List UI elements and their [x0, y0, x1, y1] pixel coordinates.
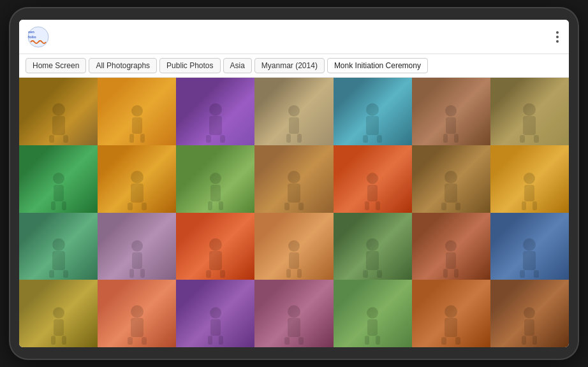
svg-rect-38	[142, 203, 147, 210]
svg-point-35	[131, 171, 143, 184]
svg-rect-72	[289, 252, 299, 269]
photo-figure	[356, 235, 388, 282]
photo-cell[interactable]: Bagan	[254, 145, 333, 224]
svg-rect-65	[129, 269, 134, 278]
photo-cell[interactable]: Bagan	[412, 213, 490, 291]
svg-rect-106	[376, 336, 380, 345]
photo-figure	[435, 168, 467, 215]
zenfolio-logo: zen folio	[27, 25, 50, 48]
photo-cell[interactable]: Bagan	[98, 145, 176, 224]
svg-rect-14	[220, 135, 225, 143]
photo-cell[interactable]: Bagan	[412, 280, 490, 347]
breadcrumb-item-home[interactable]: Home Screen	[26, 58, 86, 73]
breadcrumb-item-asia[interactable]: Asia	[223, 58, 252, 73]
photo-cell[interactable]: Bagan	[98, 280, 176, 347]
more-options-button[interactable]	[554, 29, 561, 45]
svg-rect-102	[298, 337, 304, 345]
svg-point-31	[53, 173, 64, 184]
photo-cell[interactable]: Bagan	[98, 213, 176, 291]
photo-cell[interactable]: Bagan	[19, 280, 98, 347]
photo-cell[interactable]: Bagan	[19, 145, 98, 224]
photo-figure	[435, 302, 467, 347]
svg-rect-114	[533, 336, 537, 345]
photo-cell[interactable]: Bagan	[254, 213, 333, 291]
photo-figure	[43, 235, 75, 282]
photo-grid: BaganBaganBaganBaganBaganBaganBaganBagan…	[19, 78, 569, 347]
photo-cell[interactable]: Bagan	[490, 78, 569, 156]
svg-rect-46	[298, 203, 304, 210]
svg-rect-5	[49, 135, 54, 143]
photo-cell[interactable]: Bagan	[334, 145, 412, 224]
svg-rect-84	[523, 251, 536, 270]
photo-cell[interactable]: Bagan	[176, 280, 254, 347]
svg-rect-101	[284, 337, 290, 345]
svg-point-39	[210, 173, 221, 184]
svg-rect-18	[297, 134, 302, 143]
photo-figure	[124, 103, 150, 147]
svg-point-7	[131, 105, 143, 117]
photo-cell[interactable]: Bagan	[19, 78, 98, 156]
photo-cell[interactable]: Bagan	[19, 213, 98, 291]
photo-cell[interactable]: Bagan	[412, 145, 490, 224]
photo-cell[interactable]: Bagan	[334, 213, 412, 291]
photo-figure	[203, 171, 228, 215]
svg-rect-68	[209, 251, 222, 270]
svg-rect-80	[446, 252, 456, 269]
svg-text:folio: folio	[28, 35, 36, 39]
svg-rect-52	[445, 184, 457, 203]
svg-rect-50	[376, 201, 380, 210]
svg-rect-54	[455, 203, 460, 210]
svg-rect-44	[288, 184, 300, 203]
svg-rect-6	[63, 135, 68, 143]
svg-rect-21	[363, 135, 368, 143]
svg-rect-45	[284, 203, 290, 210]
svg-rect-12	[209, 116, 222, 135]
photo-figure	[278, 302, 310, 347]
svg-point-67	[209, 238, 222, 251]
svg-rect-33	[51, 201, 55, 210]
photo-figure	[360, 305, 385, 347]
svg-rect-98	[219, 336, 223, 345]
svg-rect-100	[288, 318, 300, 337]
photo-cell[interactable]: Bagan	[98, 78, 176, 156]
svg-rect-82	[454, 269, 459, 278]
svg-rect-32	[54, 185, 64, 201]
photo-cell[interactable]: Bagan	[176, 78, 254, 156]
photo-cell[interactable]: Bagan	[490, 145, 569, 224]
svg-point-15	[288, 105, 300, 117]
svg-rect-49	[365, 201, 369, 210]
photo-figure	[281, 103, 307, 147]
photo-cell[interactable]: Bagan	[334, 280, 412, 347]
svg-rect-62	[63, 270, 68, 278]
svg-rect-10	[140, 134, 145, 143]
svg-rect-110	[455, 337, 460, 345]
breadcrumb-item-public-photos[interactable]: Public Photos	[159, 58, 220, 73]
svg-point-79	[445, 240, 457, 252]
photo-figure	[513, 100, 545, 147]
photo-cell[interactable]: Bagan	[490, 213, 569, 291]
photo-cell[interactable]: Bagan	[254, 280, 333, 347]
breadcrumb-item-ceremony[interactable]: Monk Initiation Ceremony	[327, 58, 428, 73]
breadcrumb-item-all-photos[interactable]: All Photographs	[89, 58, 157, 73]
svg-rect-104	[367, 319, 378, 336]
photo-cell[interactable]: Bagan	[176, 213, 254, 291]
svg-rect-77	[363, 270, 368, 278]
photo-cell[interactable]: Bagan	[176, 145, 254, 224]
svg-rect-42	[219, 201, 223, 210]
photo-cell[interactable]: Bagan	[334, 78, 412, 156]
photo-figure	[121, 302, 153, 347]
photo-figure	[124, 238, 150, 282]
svg-point-107	[445, 305, 457, 318]
svg-rect-81	[443, 269, 448, 278]
svg-point-71	[288, 240, 300, 252]
svg-rect-37	[128, 203, 133, 210]
photo-cell[interactable]: Bagan	[490, 280, 569, 347]
photo-cell[interactable]: Bagan	[412, 78, 490, 156]
svg-rect-113	[522, 336, 526, 345]
photo-figure	[43, 100, 75, 147]
breadcrumb-item-myanmar[interactable]: Myanmar (2014)	[254, 58, 325, 73]
svg-rect-48	[367, 185, 378, 201]
svg-rect-66	[140, 269, 145, 278]
photo-cell[interactable]: Bagan	[254, 78, 333, 156]
svg-point-11	[209, 103, 222, 116]
